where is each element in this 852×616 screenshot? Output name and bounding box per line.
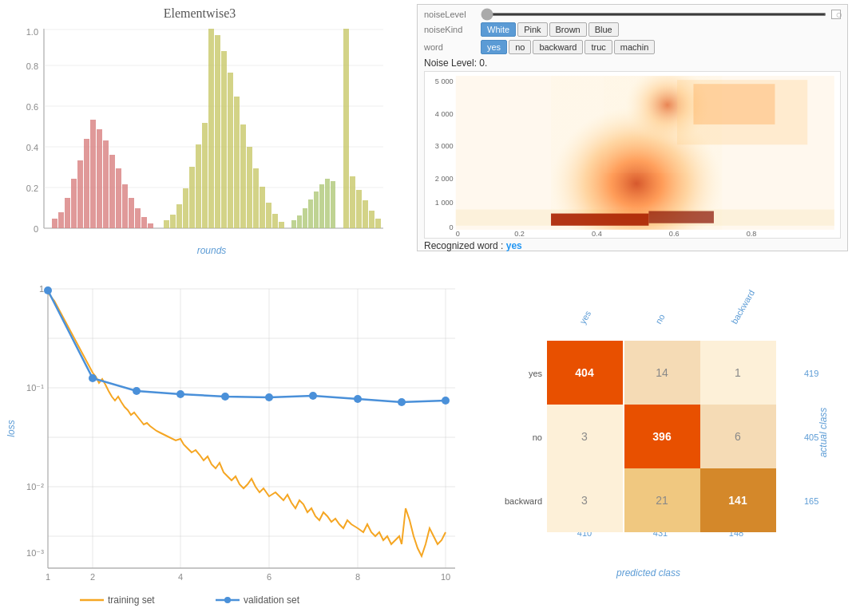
noise-level-slider[interactable] — [481, 13, 826, 16]
word-label: word — [424, 42, 476, 52]
svg-rect-29 — [148, 223, 153, 228]
svg-rect-56 — [331, 181, 335, 228]
svg-rect-49 — [291, 220, 296, 228]
svg-rect-41 — [234, 97, 240, 228]
svg-rect-58 — [350, 176, 355, 228]
btn-no[interactable]: no — [509, 40, 531, 54]
svg-rect-33 — [183, 188, 188, 228]
svg-text:405: 405 — [804, 432, 818, 442]
noise-kind-buttons: White Pink Brown Blue — [481, 22, 619, 37]
svg-text:419: 419 — [804, 369, 818, 378]
svg-point-113 — [265, 393, 273, 401]
btn-yes[interactable]: yes — [481, 40, 507, 54]
noise-kind-label: noiseKind — [424, 25, 476, 34]
svg-text:404: 404 — [575, 366, 594, 379]
svg-text:0.8: 0.8 — [747, 230, 757, 238]
svg-rect-30 — [164, 220, 169, 228]
svg-rect-27 — [135, 208, 141, 228]
svg-text:1.0: 1.0 — [26, 27, 38, 37]
svg-text:0: 0 — [456, 230, 460, 238]
svg-rect-51 — [303, 208, 307, 228]
svg-rect-32 — [176, 204, 182, 228]
histogram-title: Elementwise3 — [0, 0, 399, 21]
svg-rect-50 — [297, 215, 302, 228]
svg-rect-38 — [215, 35, 220, 228]
svg-text:1 000: 1 000 — [435, 199, 454, 207]
svg-rect-37 — [208, 29, 214, 228]
svg-point-121 — [224, 597, 231, 603]
svg-text:5 000: 5 000 — [435, 77, 454, 85]
svg-text:0.8: 0.8 — [26, 61, 38, 71]
svg-text:0.2: 0.2 — [514, 230, 525, 238]
svg-text:0.4: 0.4 — [592, 230, 602, 238]
svg-text:6: 6 — [735, 430, 741, 443]
loss-panel: 10⁻³ 10⁻² 10⁻¹ 1 1 2 4 6 8 10 loss train… — [0, 273, 475, 616]
svg-text:actual class: actual class — [818, 408, 829, 458]
svg-text:10⁻³: 10⁻³ — [26, 548, 44, 558]
btn-white[interactable]: White — [481, 22, 516, 37]
svg-text:backward: backward — [729, 288, 756, 326]
svg-point-115 — [354, 395, 362, 403]
svg-rect-20 — [90, 120, 96, 228]
svg-text:3 000: 3 000 — [435, 142, 454, 150]
svg-text:rounds: rounds — [197, 245, 227, 256]
btn-brown[interactable]: Brown — [549, 22, 587, 37]
svg-text:backward: backward — [505, 496, 542, 506]
svg-point-109 — [89, 374, 97, 382]
svg-rect-43 — [247, 147, 252, 228]
svg-text:training set: training set — [108, 594, 155, 606]
svg-rect-16 — [65, 198, 70, 228]
svg-rect-31 — [170, 215, 176, 228]
word-buttons: yes no backward truc machin — [481, 40, 655, 54]
svg-rect-42 — [240, 124, 246, 228]
recognized-label: Recognized word : yes — [424, 240, 841, 251]
svg-text:4 000: 4 000 — [435, 110, 454, 118]
svg-rect-53 — [314, 192, 319, 228]
noise-level-label: noiseLevel — [424, 10, 476, 19]
svg-text:0.6: 0.6 — [26, 102, 38, 112]
svg-point-112 — [221, 393, 229, 401]
svg-text:0.2: 0.2 — [26, 184, 38, 193]
svg-text:3: 3 — [581, 494, 588, 507]
svg-rect-48 — [279, 222, 284, 228]
svg-text:396: 396 — [652, 430, 672, 443]
svg-text:no: no — [653, 312, 667, 326]
svg-text:no: no — [533, 432, 542, 442]
svg-point-117 — [442, 397, 450, 405]
svg-point-111 — [176, 390, 184, 398]
svg-text:0: 0 — [450, 223, 454, 231]
svg-text:yes: yes — [577, 309, 592, 326]
svg-rect-61 — [369, 211, 374, 228]
svg-rect-40 — [228, 73, 233, 228]
btn-backward[interactable]: backward — [533, 40, 583, 54]
svg-text:1: 1 — [46, 572, 50, 582]
svg-text:loss: loss — [6, 420, 17, 436]
svg-text:141: 141 — [728, 494, 747, 507]
btn-pink[interactable]: Pink — [517, 22, 547, 37]
svg-rect-19 — [84, 139, 89, 228]
svg-rect-44 — [253, 168, 259, 228]
btn-truc[interactable]: truc — [585, 40, 612, 54]
svg-rect-21 — [97, 129, 102, 228]
svg-point-108 — [44, 286, 52, 294]
svg-rect-46 — [266, 203, 271, 228]
svg-rect-60 — [363, 200, 368, 228]
confusion-matrix-svg: yes no backward yes no backward 419 405 … — [493, 273, 852, 616]
svg-rect-17 — [71, 179, 77, 228]
svg-rect-59 — [356, 190, 362, 228]
svg-text:yes: yes — [529, 369, 543, 378]
noise-level-display: Noise Level: 0. — [424, 57, 841, 69]
confusion-panel: yes no backward yes no backward 419 405 … — [493, 273, 852, 616]
svg-text:10⁻²: 10⁻² — [26, 482, 44, 492]
btn-blue[interactable]: Blue — [588, 22, 619, 37]
svg-text:predicted class: predicted class — [616, 567, 680, 578]
svg-text:8: 8 — [355, 572, 360, 582]
btn-machin[interactable]: machin — [614, 40, 655, 54]
svg-rect-52 — [308, 199, 313, 228]
svg-rect-62 — [375, 219, 381, 228]
svg-rect-80 — [648, 211, 714, 223]
close-button[interactable]: ○ — [836, 8, 842, 21]
svg-text:165: 165 — [804, 496, 818, 506]
svg-rect-34 — [189, 167, 195, 228]
svg-rect-25 — [122, 184, 128, 228]
